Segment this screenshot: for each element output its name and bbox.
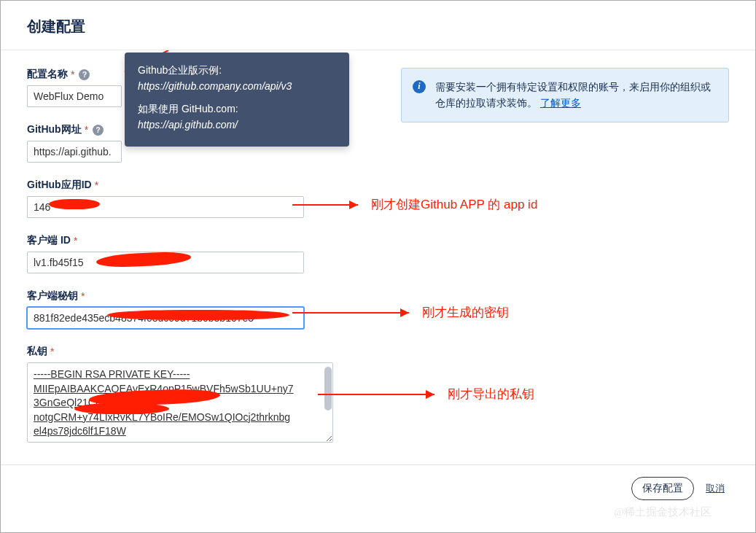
label-config-name: 配置名称: [27, 68, 68, 81]
annotation-text: 刚才导出的私钥: [448, 386, 534, 402]
info-icon: i: [413, 80, 426, 93]
field-client-id: 客户端 ID *: [27, 234, 304, 273]
annotation-text: 刚才生成的密钥: [422, 304, 509, 321]
help-icon[interactable]: ?: [93, 125, 104, 136]
svg-marker-3: [349, 201, 358, 209]
required-asterisk: *: [50, 346, 54, 357]
modal-body: i 需要安装一个拥有特定设置和权限的账号，来启用你的组织或仓库的拉取请求装饰。 …: [1, 50, 755, 464]
client-id-input[interactable]: [27, 252, 304, 273]
field-private-key: 私钥 *: [27, 345, 333, 445]
annotation: 刚才导出的私钥: [318, 386, 534, 402]
required-asterisk: *: [95, 179, 98, 191]
tooltip-line: https://github.company.com/api/v3: [138, 80, 292, 92]
annotation: 刚才生成的密钥: [292, 304, 509, 321]
label-github-app-id: GitHub应用ID: [27, 179, 92, 192]
annotation: 刚才创建Github APP 的 app id: [292, 196, 537, 213]
annotation-text: 刚才创建Github APP 的 app id: [371, 196, 537, 213]
required-asterisk: *: [71, 69, 74, 80]
field-github-app-id: GitHub应用ID *: [27, 179, 304, 218]
modal-footer: 保存配置 取消: [1, 464, 755, 511]
tooltip-line: Github企业版示例:: [138, 63, 336, 79]
tooltip-line: 如果使用 GitHub.com:: [138, 101, 336, 117]
required-asterisk: *: [74, 235, 77, 246]
page-title: 创建配置: [27, 18, 85, 34]
arrow-icon: [318, 387, 442, 402]
field-client-secret: 客户端秘钥 *: [27, 289, 304, 329]
label-client-id: 客户端 ID: [27, 234, 71, 247]
github-url-input[interactable]: [27, 141, 122, 163]
modal-dialog: 创建配置 i 需要安装一个拥有特定设置和权限的账号，来启用你的组织或仓库的拉取请…: [0, 0, 756, 533]
info-alert: i 需要安装一个拥有特定设置和权限的账号，来启用你的组织或仓库的拉取请求装饰。 …: [401, 68, 729, 122]
scrollbar[interactable]: [324, 367, 332, 411]
config-name-input[interactable]: [27, 85, 122, 107]
required-asterisk: *: [81, 290, 85, 302]
modal-header: 创建配置: [1, 1, 755, 50]
private-key-textarea[interactable]: [27, 362, 333, 443]
learn-more-link[interactable]: 了解更多: [540, 97, 581, 109]
svg-marker-5: [400, 308, 409, 317]
cancel-button[interactable]: 取消: [701, 481, 729, 496]
github-url-tooltip: Github企业版示例: https://github.company.com/…: [125, 52, 349, 147]
help-icon[interactable]: ?: [79, 69, 90, 80]
tooltip-line: https://api.github.com/: [138, 119, 238, 131]
label-private-key: 私钥: [27, 345, 47, 358]
github-app-id-input[interactable]: [27, 196, 304, 218]
required-asterisk: *: [85, 124, 88, 136]
label-github-url: GitHub网址: [27, 123, 82, 136]
save-button[interactable]: 保存配置: [631, 477, 694, 500]
arrow-icon: [292, 306, 416, 320]
label-client-secret: 客户端秘钥: [27, 289, 78, 303]
client-secret-input[interactable]: [27, 307, 304, 329]
svg-marker-7: [426, 390, 434, 399]
